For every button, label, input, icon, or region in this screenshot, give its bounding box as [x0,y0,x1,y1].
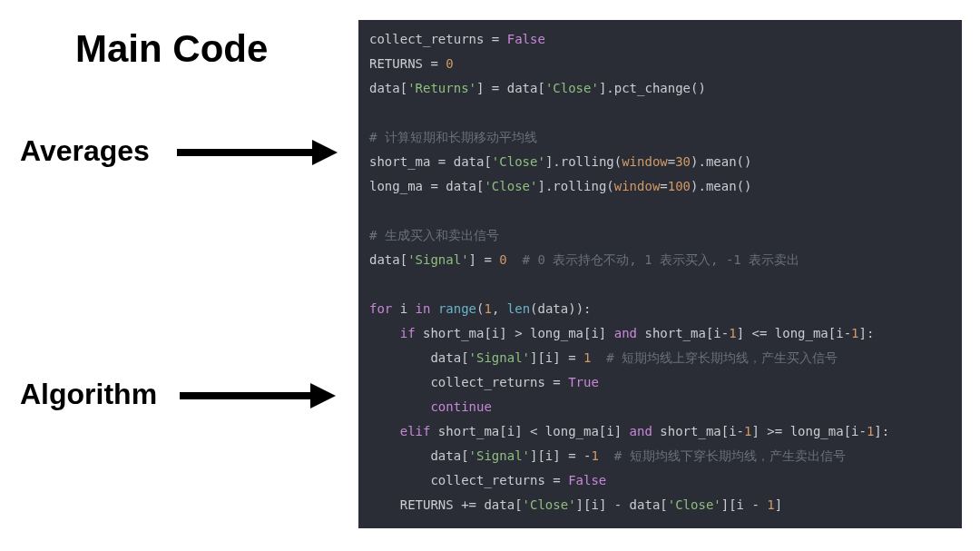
arrow-line [180,392,311,399]
code-token: 30 [675,154,691,169]
code-token: ] [775,497,782,512]
code-token: 'Close' [545,81,599,95]
code-token: collect_returns = [369,473,568,487]
code-token: 'Signal' [407,252,468,267]
code-token: 'Signal' [469,350,530,365]
code-token: ).mean() [691,179,751,193]
code-token: short_ma = data[ [369,154,492,169]
code-token: # 生成买入和卖出信号 [369,228,499,242]
code-token: if [400,326,416,340]
code-token: elif [400,424,431,438]
code-token: and [630,424,652,438]
code-token [369,424,400,438]
code-token: ][i] = [530,350,583,365]
code-token: in [416,301,431,316]
code-token: False [568,473,606,487]
code-token: and [614,326,637,340]
code-token: 0 [499,252,506,267]
arrow-icon [177,147,336,158]
code-token: 'Close' [484,179,537,193]
code-token: ] = data[ [476,81,545,95]
code-token: ).mean() [691,154,751,169]
code-token: short_ma[i] > long_ma[i] [416,326,614,340]
code-token: i [392,301,415,316]
code-token: ][i] - data[ [576,497,668,512]
code-token: RETURNS += data[ [369,497,523,512]
code-token: # 短期均线下穿长期均线，产生卖出信号 [614,448,846,463]
code-token: data[ [369,448,469,463]
code-token: (data)): [530,301,591,316]
code-token: len [507,301,530,316]
code-token: collect_returns = [369,32,507,46]
code-token: RETURNS = [369,56,446,71]
code-token: ] = [469,252,500,267]
code-token: data[ [369,350,469,365]
code-token: ]: [874,424,889,438]
code-token: collect_returns = [369,375,568,389]
code-token [591,350,606,365]
label-averages: Averages [20,134,150,168]
code-token: 1 [484,301,491,316]
page-title: Main Code [75,27,268,71]
code-token: for [369,301,392,316]
code-token: ] <= long_ma[i- [737,326,851,340]
code-token: continue [430,399,491,414]
code-token: 'Returns' [407,81,476,95]
arrow-line [177,149,313,156]
code-token: 1 [591,448,598,463]
code-token: data[ [369,252,407,267]
code-token: ].rolling( [537,179,613,193]
code-token: False [507,32,545,46]
code-panel: collect_returns = False RETURNS = 0 data… [358,20,962,528]
code-token: # 计算短期和长期移动平均线 [369,130,537,144]
code-token: 'Signal' [469,448,530,463]
code-token: ]: [859,326,875,340]
page: Main Code Averages Algorithm collect_ret… [0,0,980,551]
code-token: window [622,154,668,169]
arrow-head-icon [310,383,336,408]
code-token: 0 [446,56,453,71]
code-token: 100 [668,179,691,193]
code-token: range [438,301,476,316]
code-token: window [614,179,661,193]
code-token: 1 [767,497,774,512]
code-token: ].rolling( [545,154,622,169]
code-token: ].pct_change() [599,81,706,95]
code-token: ][i] = - [530,448,591,463]
code-token: # 短期均线上穿长期均线，产生买入信号 [606,350,838,365]
label-algorithm: Algorithm [20,378,157,411]
code-token [599,448,614,463]
code-token: ][i - [721,497,768,512]
code-token: 1 [851,326,858,340]
code-token: , [492,301,507,316]
code-token: short_ma[i- [637,326,729,340]
code-token: 1 [729,326,736,340]
code-token: data[ [369,81,407,95]
code-token [369,326,400,340]
code-token: # 0 表示持仓不动, 1 表示买入, -1 表示卖出 [523,252,800,267]
code-token [369,399,430,414]
code-token: 'Close' [668,497,721,512]
code-token: short_ma[i- [652,424,744,438]
code-token: 'Close' [523,497,576,512]
code-token [507,252,523,267]
code-token: True [568,375,599,389]
code-token: long_ma = data[ [369,179,484,193]
code-token: 'Close' [492,154,545,169]
code-token: = [660,179,667,193]
arrow-icon [180,390,334,401]
code-block: collect_returns = False RETURNS = 0 data… [369,27,951,517]
code-token [430,301,437,316]
code-token: ] >= long_ma[i- [751,424,866,438]
arrow-head-icon [312,140,338,165]
code-token: short_ma[i] < long_ma[i] [430,424,629,438]
code-token: = [668,154,675,169]
